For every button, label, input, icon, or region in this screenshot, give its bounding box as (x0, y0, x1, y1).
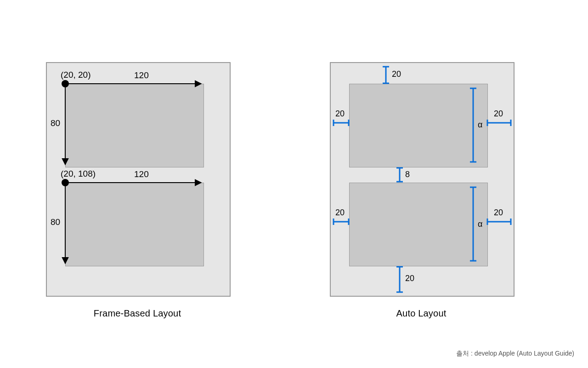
height-label-2: 80 (51, 217, 60, 227)
auto-box-2 (349, 183, 488, 266)
auto-layout-panel: 20 20 20 α 8 20 20 α 20 (330, 62, 514, 297)
row1-trailing-label: 20 (494, 109, 503, 119)
auto-layout-caption: Auto Layout (330, 308, 513, 319)
frame-box-2 (65, 183, 204, 266)
row2-height-label: α (478, 219, 482, 229)
image-credit: 출처 : develop Apple (Auto Layout Guide) (456, 350, 574, 358)
origin-label-1: (20, 20) (61, 70, 90, 80)
frame-box-1 (65, 84, 204, 167)
height-label-1: 80 (51, 118, 60, 128)
frame-based-panel: (20, 20) 120 80 (20, 108) 120 80 (46, 62, 231, 297)
gap-label: 8 (405, 170, 410, 179)
row1-height-label: α (478, 120, 482, 130)
width-label-2: 120 (134, 169, 149, 179)
top-margin-label: 20 (392, 69, 401, 79)
origin-dot-2 (62, 179, 69, 186)
row2-trailing-label: 20 (494, 208, 503, 218)
frame-based-caption: Frame-Based Layout (46, 308, 229, 319)
bottom-margin-label: 20 (405, 274, 414, 283)
row2-leading-label: 20 (335, 208, 345, 218)
origin-label-2: (20, 108) (61, 169, 96, 179)
diagram-stage: (20, 20) 120 80 (20, 108) 120 80 Frame-B… (0, 0, 588, 368)
auto-box-1 (349, 84, 488, 167)
origin-dot-1 (62, 80, 69, 87)
width-label-1: 120 (134, 70, 149, 80)
row1-leading-label: 20 (335, 109, 345, 119)
